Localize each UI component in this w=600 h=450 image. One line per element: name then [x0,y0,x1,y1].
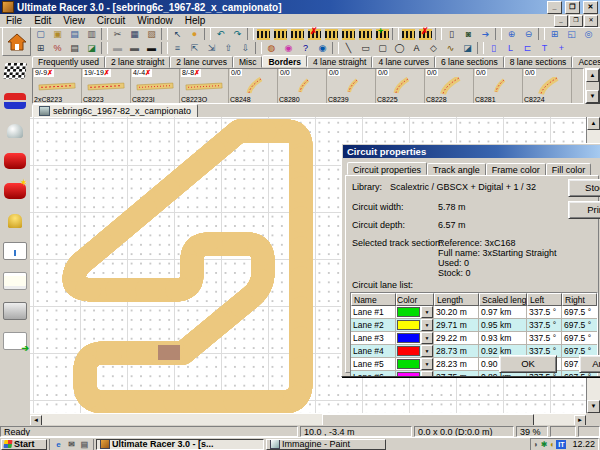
track-rotate-button[interactable] [340,28,357,41]
document-tab[interactable]: sebring6c_1967-82_x_campionato [32,104,198,118]
pan-hand-button[interactable]: ● [186,28,203,41]
volume-tray-icon[interactable]: ◖ [549,440,554,449]
help-button[interactable]: ? [297,42,314,55]
menu-edit[interactable]: Edit [28,14,57,27]
frame-color-button[interactable]: ◉ [280,42,297,55]
drive-view-button[interactable]: ➔ [477,28,494,41]
car-setup-button[interactable] [2,149,28,173]
ellipse-tool-button[interactable]: ◯ [391,42,408,55]
border-add-button[interactable] [400,28,417,41]
palette-tab-2-lane-straight[interactable]: 2 lane straight [105,56,170,68]
grid-toggle-button[interactable]: ⊞ [32,42,49,55]
palette-tab-misc[interactable]: Misc [233,56,262,68]
keyboard-layout-indicator[interactable]: IT [556,440,566,449]
helmet-button[interactable] [2,119,28,143]
medium-line-button[interactable]: ▬ [126,42,143,55]
color-dropdown-button[interactable]: ▼ [421,345,433,357]
close-button[interactable]: ✕ [583,1,598,14]
palette-tab-4-lane-curves[interactable]: 4 lane curves [372,56,435,68]
track-replace-button[interactable] [323,28,340,41]
palette-tab-6-lane-sections[interactable]: 6 lane sections [435,56,504,68]
mdi-close-button[interactable]: ✕ [584,15,598,27]
color-dropdown-button[interactable]: ▼ [421,358,433,370]
image-tool-button[interactable]: ◪ [459,42,476,55]
undo-button[interactable]: ↶ [212,28,229,41]
browser-icon[interactable]: e [52,439,65,450]
palette-part-c8223o[interactable]: 8/-8✗C8223O [180,69,229,103]
dialog-title-bar[interactable]: Circuit properties [343,145,600,158]
palette-scroll-up-icon[interactable]: ▲ [586,69,599,82]
palette-tab-4-lane-straight[interactable]: 4 lane straight [307,56,372,68]
menu-circuit[interactable]: Circuit [91,14,131,27]
palette-part-c8280[interactable]: 0/0C8280 [278,69,327,103]
piece-corner-button[interactable]: L [502,42,519,55]
select-cursor-button[interactable]: ↖ [169,28,186,41]
notes-button[interactable] [2,269,28,293]
palette-tab-borders[interactable]: Borders [262,55,307,67]
color-dropdown-button[interactable]: ▼ [421,371,433,377]
task-button-1[interactable]: Ultimate Racer 3.0 - [s... [96,439,264,450]
new-file-button[interactable]: ▢ [32,28,49,41]
scroll-down-icon[interactable]: ▼ [587,400,600,413]
flip-h-button[interactable]: ⇧ [220,42,237,55]
curve-tool-button[interactable]: ∿ [442,42,459,55]
bring-front-button[interactable]: ⇱ [186,42,203,55]
cancel-button[interactable]: Annulla [579,355,600,373]
antivirus-tray-icon[interactable]: ✱ [541,440,548,449]
panel-view-button[interactable]: ▯ [443,28,460,41]
statistics-button[interactable] [2,239,28,263]
menu-file[interactable]: File [0,14,28,27]
race-incident-button[interactable] [2,179,28,203]
palette-part-c8239[interactable]: 0/0C8239 [327,69,376,103]
start-button[interactable]: Start [1,439,47,450]
layers-button[interactable]: ▤ [66,42,83,55]
zoom-fit-button[interactable]: ⊞ [546,28,563,41]
scroll-left-icon[interactable]: ◄ [30,415,42,426]
track-delete-button[interactable] [306,28,323,41]
align-button[interactable]: ≡ [169,42,186,55]
track-insert-button[interactable] [289,28,306,41]
background-image-button[interactable]: ◪ [83,42,100,55]
palette-part-c8281[interactable]: 0/0C8281 [474,69,523,103]
open-button[interactable]: ▣ [49,28,66,41]
palette-tab-accessories[interactable]: Accessories [572,56,600,68]
menu-window[interactable]: Window [131,14,179,27]
piece-chicane-button[interactable]: ⊏ [519,42,536,55]
save-button[interactable]: ▤ [66,28,83,41]
zoom-region-button[interactable]: ◱ [563,28,580,41]
minimize-button[interactable]: _ [547,1,562,14]
track-straight-button[interactable] [255,28,272,41]
cut-button[interactable]: ✂ [109,28,126,41]
border-remove-button[interactable] [417,28,434,41]
dialog-tab-circuit-properties[interactable]: Circuit properties [347,162,427,175]
track-append-button[interactable] [272,28,289,41]
mouse-tray-icon[interactable]: ◗ [534,440,539,449]
polygon-tool-button[interactable]: ◇ [425,42,442,55]
palette-part-c8225[interactable]: 0/0C8225 [376,69,425,103]
rect-tool-button[interactable]: ▭ [357,42,374,55]
palette-tab-2-lane-curves[interactable]: 2 lane curves [170,56,233,68]
track-join-button[interactable] [357,28,374,41]
palette-part-c8223[interactable]: 19/-19✗C8223 [82,69,131,103]
snapshot-button[interactable]: ◙ [460,28,477,41]
mail-icon[interactable]: ✉ [65,439,78,450]
piece-t-button[interactable]: T [536,42,553,55]
palette-part-c8224[interactable]: 0/0C8224 [523,69,572,103]
menu-view[interactable]: View [57,14,91,27]
color-dropdown-button[interactable]: ▼ [421,306,433,318]
mdi-restore-button[interactable]: ❐ [569,15,583,27]
color-dropdown-button[interactable]: ▼ [421,332,433,344]
roundrect-tool-button[interactable]: ▢ [374,42,391,55]
center-view-button[interactable]: ◎ [580,28,597,41]
paste-button[interactable]: ▧ [143,28,160,41]
palette-scroll-down-icon[interactable]: ▼ [586,90,599,103]
palette-part-2xc8223[interactable]: 9/-9✗2xC8223 [33,69,82,103]
flip-v-button[interactable]: ⇩ [237,42,254,55]
home-button[interactable] [2,27,31,56]
maximize-button[interactable]: ❐ [565,1,580,14]
zoom-out-button[interactable]: ⊖ [520,28,537,41]
race-cars-button[interactable] [2,89,28,113]
palette-tab-8-lane-sections[interactable]: 8 lane sections [504,56,573,68]
trophy-button[interactable] [2,209,28,233]
show-desktop-icon[interactable]: ▤ [78,439,91,450]
